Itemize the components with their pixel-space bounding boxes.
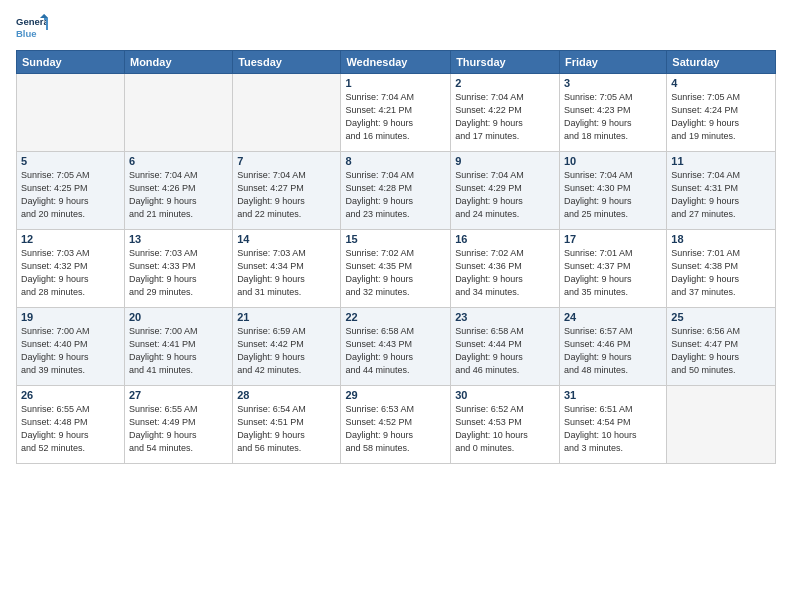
day-number: 10 — [564, 155, 662, 167]
day-info: Sunrise: 7:04 AM Sunset: 4:21 PM Dayligh… — [345, 91, 446, 143]
day-info: Sunrise: 7:04 AM Sunset: 4:31 PM Dayligh… — [671, 169, 771, 221]
weekday-header-monday: Monday — [124, 51, 232, 74]
calendar-cell — [124, 74, 232, 152]
day-info: Sunrise: 7:00 AM Sunset: 4:40 PM Dayligh… — [21, 325, 120, 377]
day-number: 20 — [129, 311, 228, 323]
logo-svg: General Blue — [16, 12, 48, 44]
calendar-week-row: 19Sunrise: 7:00 AM Sunset: 4:40 PM Dayli… — [17, 308, 776, 386]
day-number: 28 — [237, 389, 336, 401]
day-number: 31 — [564, 389, 662, 401]
weekday-header-wednesday: Wednesday — [341, 51, 451, 74]
day-number: 13 — [129, 233, 228, 245]
day-number: 17 — [564, 233, 662, 245]
calendar-header-row: SundayMondayTuesdayWednesdayThursdayFrid… — [17, 51, 776, 74]
day-info: Sunrise: 6:55 AM Sunset: 4:48 PM Dayligh… — [21, 403, 120, 455]
weekday-header-friday: Friday — [559, 51, 666, 74]
day-info: Sunrise: 7:04 AM Sunset: 4:22 PM Dayligh… — [455, 91, 555, 143]
day-info: Sunrise: 6:52 AM Sunset: 4:53 PM Dayligh… — [455, 403, 555, 455]
calendar-cell: 19Sunrise: 7:00 AM Sunset: 4:40 PM Dayli… — [17, 308, 125, 386]
header: General Blue — [16, 12, 776, 44]
day-number: 12 — [21, 233, 120, 245]
day-number: 21 — [237, 311, 336, 323]
day-info: Sunrise: 6:57 AM Sunset: 4:46 PM Dayligh… — [564, 325, 662, 377]
calendar-cell — [233, 74, 341, 152]
calendar-cell — [17, 74, 125, 152]
day-info: Sunrise: 7:03 AM Sunset: 4:34 PM Dayligh… — [237, 247, 336, 299]
day-info: Sunrise: 7:05 AM Sunset: 4:24 PM Dayligh… — [671, 91, 771, 143]
day-number: 26 — [21, 389, 120, 401]
calendar-cell: 14Sunrise: 7:03 AM Sunset: 4:34 PM Dayli… — [233, 230, 341, 308]
svg-text:Blue: Blue — [16, 28, 37, 39]
day-info: Sunrise: 7:04 AM Sunset: 4:26 PM Dayligh… — [129, 169, 228, 221]
day-number: 18 — [671, 233, 771, 245]
day-info: Sunrise: 6:58 AM Sunset: 4:43 PM Dayligh… — [345, 325, 446, 377]
day-number: 7 — [237, 155, 336, 167]
day-number: 25 — [671, 311, 771, 323]
calendar-week-row: 26Sunrise: 6:55 AM Sunset: 4:48 PM Dayli… — [17, 386, 776, 464]
day-number: 11 — [671, 155, 771, 167]
page: General Blue SundayMondayTuesdayWednesda… — [0, 0, 792, 474]
calendar-cell: 9Sunrise: 7:04 AM Sunset: 4:29 PM Daylig… — [451, 152, 560, 230]
calendar-cell: 29Sunrise: 6:53 AM Sunset: 4:52 PM Dayli… — [341, 386, 451, 464]
calendar-week-row: 1Sunrise: 7:04 AM Sunset: 4:21 PM Daylig… — [17, 74, 776, 152]
calendar-cell: 31Sunrise: 6:51 AM Sunset: 4:54 PM Dayli… — [559, 386, 666, 464]
day-number: 6 — [129, 155, 228, 167]
calendar-cell: 1Sunrise: 7:04 AM Sunset: 4:21 PM Daylig… — [341, 74, 451, 152]
weekday-header-sunday: Sunday — [17, 51, 125, 74]
day-info: Sunrise: 7:04 AM Sunset: 4:28 PM Dayligh… — [345, 169, 446, 221]
day-info: Sunrise: 6:58 AM Sunset: 4:44 PM Dayligh… — [455, 325, 555, 377]
calendar-cell: 23Sunrise: 6:58 AM Sunset: 4:44 PM Dayli… — [451, 308, 560, 386]
day-number: 22 — [345, 311, 446, 323]
day-info: Sunrise: 7:05 AM Sunset: 4:23 PM Dayligh… — [564, 91, 662, 143]
calendar-week-row: 5Sunrise: 7:05 AM Sunset: 4:25 PM Daylig… — [17, 152, 776, 230]
calendar-cell: 4Sunrise: 7:05 AM Sunset: 4:24 PM Daylig… — [667, 74, 776, 152]
calendar-cell: 18Sunrise: 7:01 AM Sunset: 4:38 PM Dayli… — [667, 230, 776, 308]
calendar-cell: 2Sunrise: 7:04 AM Sunset: 4:22 PM Daylig… — [451, 74, 560, 152]
calendar-cell: 10Sunrise: 7:04 AM Sunset: 4:30 PM Dayli… — [559, 152, 666, 230]
day-number: 8 — [345, 155, 446, 167]
calendar-cell: 30Sunrise: 6:52 AM Sunset: 4:53 PM Dayli… — [451, 386, 560, 464]
weekday-header-thursday: Thursday — [451, 51, 560, 74]
day-number: 2 — [455, 77, 555, 89]
day-number: 16 — [455, 233, 555, 245]
day-number: 15 — [345, 233, 446, 245]
calendar-cell: 11Sunrise: 7:04 AM Sunset: 4:31 PM Dayli… — [667, 152, 776, 230]
day-info: Sunrise: 7:02 AM Sunset: 4:35 PM Dayligh… — [345, 247, 446, 299]
day-info: Sunrise: 7:04 AM Sunset: 4:30 PM Dayligh… — [564, 169, 662, 221]
calendar-cell: 5Sunrise: 7:05 AM Sunset: 4:25 PM Daylig… — [17, 152, 125, 230]
calendar-week-row: 12Sunrise: 7:03 AM Sunset: 4:32 PM Dayli… — [17, 230, 776, 308]
calendar-table: SundayMondayTuesdayWednesdayThursdayFrid… — [16, 50, 776, 464]
day-info: Sunrise: 7:05 AM Sunset: 4:25 PM Dayligh… — [21, 169, 120, 221]
day-number: 1 — [345, 77, 446, 89]
day-number: 29 — [345, 389, 446, 401]
calendar-cell: 25Sunrise: 6:56 AM Sunset: 4:47 PM Dayli… — [667, 308, 776, 386]
day-info: Sunrise: 7:01 AM Sunset: 4:37 PM Dayligh… — [564, 247, 662, 299]
calendar-cell: 15Sunrise: 7:02 AM Sunset: 4:35 PM Dayli… — [341, 230, 451, 308]
day-number: 9 — [455, 155, 555, 167]
day-info: Sunrise: 6:53 AM Sunset: 4:52 PM Dayligh… — [345, 403, 446, 455]
day-number: 14 — [237, 233, 336, 245]
day-number: 4 — [671, 77, 771, 89]
day-info: Sunrise: 7:04 AM Sunset: 4:29 PM Dayligh… — [455, 169, 555, 221]
calendar-cell: 21Sunrise: 6:59 AM Sunset: 4:42 PM Dayli… — [233, 308, 341, 386]
calendar-cell: 3Sunrise: 7:05 AM Sunset: 4:23 PM Daylig… — [559, 74, 666, 152]
weekday-header-tuesday: Tuesday — [233, 51, 341, 74]
day-number: 24 — [564, 311, 662, 323]
calendar-cell: 16Sunrise: 7:02 AM Sunset: 4:36 PM Dayli… — [451, 230, 560, 308]
calendar-cell: 7Sunrise: 7:04 AM Sunset: 4:27 PM Daylig… — [233, 152, 341, 230]
day-info: Sunrise: 7:01 AM Sunset: 4:38 PM Dayligh… — [671, 247, 771, 299]
calendar-cell — [667, 386, 776, 464]
day-number: 23 — [455, 311, 555, 323]
calendar-cell: 17Sunrise: 7:01 AM Sunset: 4:37 PM Dayli… — [559, 230, 666, 308]
calendar-cell: 26Sunrise: 6:55 AM Sunset: 4:48 PM Dayli… — [17, 386, 125, 464]
calendar-cell: 8Sunrise: 7:04 AM Sunset: 4:28 PM Daylig… — [341, 152, 451, 230]
day-number: 27 — [129, 389, 228, 401]
day-number: 19 — [21, 311, 120, 323]
calendar-cell: 12Sunrise: 7:03 AM Sunset: 4:32 PM Dayli… — [17, 230, 125, 308]
weekday-header-saturday: Saturday — [667, 51, 776, 74]
calendar-cell: 20Sunrise: 7:00 AM Sunset: 4:41 PM Dayli… — [124, 308, 232, 386]
calendar-cell: 27Sunrise: 6:55 AM Sunset: 4:49 PM Dayli… — [124, 386, 232, 464]
day-info: Sunrise: 6:59 AM Sunset: 4:42 PM Dayligh… — [237, 325, 336, 377]
day-number: 5 — [21, 155, 120, 167]
calendar-cell: 22Sunrise: 6:58 AM Sunset: 4:43 PM Dayli… — [341, 308, 451, 386]
